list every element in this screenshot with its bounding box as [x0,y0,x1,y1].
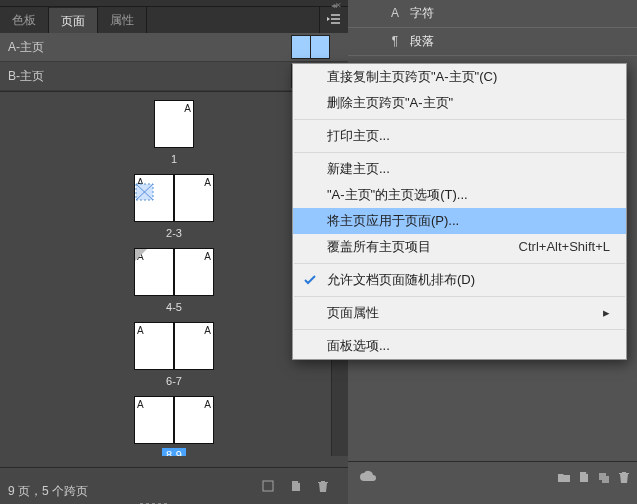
page-6[interactable]: A [134,322,174,370]
tab-attrs[interactable]: 属性 [98,7,147,33]
menu-separator [294,329,625,330]
size-icon[interactable] [261,479,275,493]
page-label-1: 1 [167,152,181,166]
para-panel-row[interactable]: ¶段落 [348,28,637,56]
menu-separator [294,119,625,120]
menu-panel-options[interactable]: 面板选项... [293,333,626,359]
menu-master-options[interactable]: "A-主页"的主页选项(T)... [293,182,626,208]
menu-delete-master[interactable]: 删除主页跨页"A-主页" [293,90,626,116]
page-label-8-9: 8-9 [162,448,186,456]
page-3[interactable]: A [174,174,214,222]
menu-new-master[interactable]: 新建主页... [293,156,626,182]
master-a-thumbs [292,35,330,59]
char-panel-row[interactable]: A字符 [348,0,637,28]
cloud-icon[interactable] [358,470,378,484]
page-label-6-7: 6-7 [162,374,186,388]
char-icon: A [388,0,402,27]
spread-8-9[interactable]: A A 8-9 [0,396,348,456]
menu-duplicate-master[interactable]: 直接复制主页跨页"A-主页"(C) [293,64,626,90]
new-page-icon[interactable] [577,470,591,484]
menu-override-all[interactable]: 覆盖所有主页项目Ctrl+Alt+Shift+L [293,234,626,260]
page-label-4-5: 4-5 [162,300,186,314]
para-icon: ¶ [388,28,402,55]
page-2[interactable]: A [134,174,174,222]
master-a-row[interactable]: A-主页 [0,33,348,62]
placed-item-icon [135,183,154,201]
char-label: 字符 [410,6,434,20]
page-5[interactable]: A [174,248,214,296]
submenu-arrow-icon: ▸ [603,300,610,326]
menu-separator [294,296,625,297]
context-menu: 直接复制主页跨页"A-主页"(C) 删除主页跨页"A-主页" 打印主页... 新… [292,63,627,360]
menu-print-master[interactable]: 打印主页... [293,123,626,149]
page-8[interactable]: A [134,396,174,444]
right-panel-footer [348,461,637,492]
check-icon [302,272,318,288]
menu-page-attributes[interactable]: 页面属性▸ [293,300,626,326]
para-label: 段落 [410,34,434,48]
panel-tabs: 色板 页面 属性 [0,7,348,33]
master-a-label: A-主页 [8,39,292,56]
menu-separator [294,152,625,153]
menu-separator [294,263,625,264]
fold-icon [135,249,147,261]
page-label-2-3: 2-3 [162,226,186,240]
tab-swatches[interactable]: 色板 [0,7,49,33]
panel-footer: 9 页，5 个跨页 [0,467,348,504]
trash-icon[interactable] [617,470,631,484]
stack-icon[interactable] [597,470,611,484]
menu-allow-shuffle[interactable]: 允许文档页面随机排布(D) [293,267,626,293]
shortcut-label: Ctrl+Alt+Shift+L [519,234,610,260]
trash-icon[interactable] [316,479,330,493]
page-4[interactable]: A [134,248,174,296]
panel-grip[interactable]: ◂◂ ✕ [0,0,348,7]
panel-menu-icon[interactable] [319,7,348,33]
page-9[interactable]: A [174,396,214,444]
new-page-icon[interactable] [289,479,303,493]
folder-icon[interactable] [557,470,571,484]
menu-apply-master[interactable]: 将主页应用于页面(P)... [293,208,626,234]
master-b-label: B-主页 [8,68,292,85]
svg-rect-3 [263,481,273,491]
page-count-status: 9 页，5 个跨页 [8,483,88,500]
page-7[interactable]: A [174,322,214,370]
tab-pages[interactable]: 页面 [49,7,98,33]
